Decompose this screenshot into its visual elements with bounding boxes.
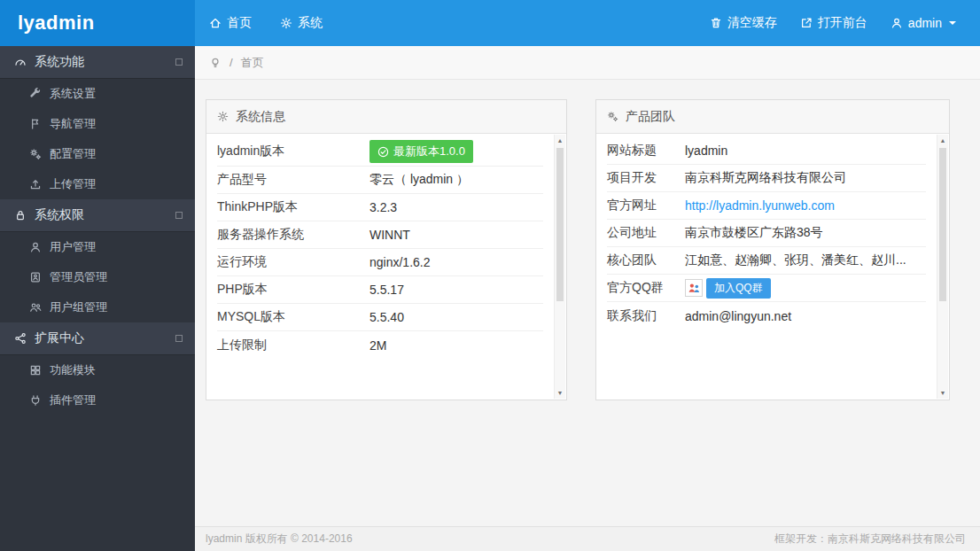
row-label: 运行环境 [217, 254, 369, 270]
clear-cache-button[interactable]: 清空缓存 [698, 15, 789, 31]
action-label: admin [908, 16, 942, 30]
item-label: 管理员管理 [50, 269, 107, 285]
row-value: WINNT [369, 228, 410, 242]
sidebar-item-upload-management[interactable]: 上传管理 [0, 169, 195, 199]
row-value: 南京科斯克网络科技有限公司 [685, 170, 846, 186]
collapse-icon [175, 335, 183, 342]
latest-version-badge[interactable]: 最新版本1.0.0 [369, 140, 473, 163]
scroll-up-icon[interactable]: ▲ [555, 135, 565, 146]
scroll-down-icon[interactable]: ▼ [937, 387, 948, 399]
row-label: 官方网址 [607, 198, 685, 213]
cogs-icon [29, 148, 42, 160]
section-label: 系统功能 [35, 54, 84, 70]
row-label: 官方QQ群 [607, 280, 685, 296]
item-label: 用户组管理 [50, 299, 107, 315]
sidebar-item-user-management[interactable]: 用户管理 [0, 232, 195, 262]
table-row: 运行环境nginx/1.6.2 [217, 249, 543, 276]
row-value: 3.2.3 [369, 200, 397, 214]
system-info-panel: 系统信息 lyadmin版本最新版本1.0.0产品型号零云（ lyadmin ）… [206, 99, 567, 400]
breadcrumb-home[interactable]: 首页 [241, 55, 264, 71]
section-label: 扩展中心 [35, 330, 84, 346]
badge-label: 最新版本1.0.0 [393, 144, 465, 159]
panel-title: 系统信息 [236, 109, 285, 125]
sidebar-item-function-modules[interactable]: 功能模块 [0, 355, 195, 385]
header-nav-home[interactable]: 首页 [195, 0, 266, 46]
row-label: 核心团队 [607, 252, 685, 268]
collapse-icon [175, 212, 183, 219]
collapse-icon [175, 58, 183, 66]
item-label: 插件管理 [50, 392, 96, 408]
table-row: lyadmin版本最新版本1.0.0 [217, 137, 543, 167]
table-row: MYSQL版本5.5.40 [217, 304, 543, 331]
qq-icon [688, 282, 701, 295]
home-icon [209, 17, 222, 29]
breadcrumb: / 首页 [195, 46, 980, 80]
join-qq-label: 加入QQ群 [706, 278, 771, 299]
table-row: 联系我们admin@lingyun.net [607, 302, 926, 330]
bulb-icon [209, 57, 222, 69]
lock-icon [14, 209, 27, 221]
action-label: 清空缓存 [727, 15, 777, 31]
system-info-panel-header: 系统信息 [206, 100, 566, 134]
row-value: 零云（ lyadmin ） [369, 172, 469, 188]
join-qq-group-button[interactable]: 加入QQ群 [685, 278, 771, 299]
table-row: PHP版本5.5.17 [217, 276, 543, 304]
sidebar-section-extension-center[interactable]: 扩展中心 [0, 322, 195, 355]
scroll-down-icon[interactable]: ▼ [555, 387, 565, 399]
official-site-link[interactable]: http://lyadmin.lyunweb.com [685, 198, 835, 213]
gear-icon [217, 111, 229, 122]
scroll-thumb[interactable] [939, 148, 946, 301]
sidebar-item-plugin-management[interactable]: 插件管理 [0, 385, 195, 415]
item-label: 配置管理 [50, 146, 96, 162]
open-frontend-button[interactable]: 打开前台 [789, 15, 879, 31]
wrench-icon [29, 88, 42, 100]
table-row: 产品型号零云（ lyadmin ） [217, 167, 543, 194]
item-label: 用户管理 [50, 239, 96, 255]
row-label: MYSQL版本 [217, 309, 369, 325]
row-label: 网站标题 [607, 143, 685, 159]
table-row: 核心团队江如意、赵瀚卿、张玥、潘美红、赵川... [607, 247, 926, 275]
cogs-icon [607, 111, 618, 122]
gauge-icon [14, 56, 27, 68]
user-icon [29, 241, 42, 253]
sidebar: 系统功能系统设置导航管理配置管理上传管理系统权限用户管理管理员管理用户组管理扩展… [0, 46, 195, 551]
scrollbar[interactable]: ▲ ▼ [554, 135, 565, 399]
item-label: 上传管理 [50, 176, 96, 192]
sidebar-item-nav-management[interactable]: 导航管理 [0, 109, 195, 139]
sidebar-item-config-management[interactable]: 配置管理 [0, 139, 195, 169]
admin-menu[interactable]: admin [879, 16, 968, 30]
user-icon [891, 17, 903, 29]
scroll-thumb[interactable] [556, 148, 564, 301]
section-label: 系统权限 [35, 207, 84, 223]
gear-icon [280, 17, 292, 29]
row-value: nginx/1.6.2 [369, 255, 431, 269]
item-label: 系统设置 [50, 86, 96, 102]
action-label: 打开前台 [818, 15, 867, 31]
sidebar-item-usergroup-management[interactable]: 用户组管理 [0, 292, 195, 322]
panel-title: 产品团队 [626, 109, 675, 125]
row-label: 联系我们 [607, 308, 685, 324]
nav-label: 首页 [227, 15, 252, 31]
breadcrumb-separator: / [229, 56, 233, 69]
app-logo[interactable]: lyadmin [0, 0, 195, 46]
flag-icon [29, 118, 42, 130]
row-value: 南京市鼓楼区广东路38号 [685, 225, 823, 241]
upload-icon [29, 178, 42, 190]
row-value: 江如意、赵瀚卿、张玥、潘美红、赵川... [685, 252, 906, 268]
sidebar-section-system-functions[interactable]: 系统功能 [0, 46, 195, 79]
scrollbar[interactable]: ▲ ▼ [937, 135, 948, 399]
header-nav-system[interactable]: 系统 [266, 0, 337, 46]
item-label: 功能模块 [50, 362, 96, 378]
row-value: 5.5.17 [369, 283, 404, 297]
table-row: 官方网址http://lyadmin.lyunweb.com [607, 192, 926, 220]
table-row: 上传限制2M [217, 331, 543, 359]
sidebar-section-system-permissions[interactable]: 系统权限 [0, 199, 195, 232]
row-label: ThinkPHP版本 [217, 199, 369, 215]
row-value: 5.5.40 [369, 310, 404, 324]
row-label: 上传限制 [217, 338, 369, 353]
row-label: 项目开发 [607, 170, 685, 186]
scroll-up-icon[interactable]: ▲ [937, 135, 948, 146]
sidebar-item-admin-management[interactable]: 管理员管理 [0, 262, 195, 292]
footer: lyadmin 版权所有 © 2014-2016 框架开发：南京科斯克网络科技有… [195, 526, 980, 551]
sidebar-item-system-settings[interactable]: 系统设置 [0, 79, 195, 109]
